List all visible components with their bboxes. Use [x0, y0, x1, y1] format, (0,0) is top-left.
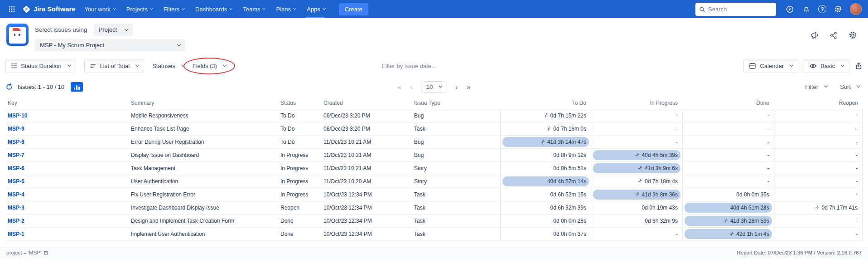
refresh-icon[interactable] [5, 83, 13, 91]
issue-key-link[interactable]: MSP-8 [5, 139, 129, 145]
column-header-key[interactable]: Key [5, 100, 129, 106]
report-header-actions [810, 31, 862, 39]
nav-item-label: Projects [126, 6, 148, 13]
nav-item-label: Apps [307, 6, 320, 13]
grid-icon [11, 63, 17, 69]
duration-cell: - [774, 122, 863, 135]
nav-item-plans[interactable]: Plans [276, 0, 296, 18]
issue-status: In Progress [278, 165, 321, 171]
issue-key-link[interactable]: MSP-6 [5, 165, 129, 171]
issue-status: To Do [278, 139, 321, 145]
app-switcher-icon[interactable] [6, 4, 17, 15]
nav-item-dashboards[interactable]: Dashboards [195, 0, 232, 18]
search-icon [699, 6, 705, 13]
report-header: Select issues using Project MSP - My Scr… [0, 18, 868, 55]
running-status-icon [637, 166, 642, 171]
report-type-dropdown[interactable]: Status Duration [5, 59, 76, 73]
feedback-megaphone-icon[interactable] [810, 31, 819, 39]
issue-key-link[interactable]: MSP-10 [5, 112, 129, 119]
statuses-dropdown[interactable]: Statuses [152, 63, 184, 69]
list-icon [90, 63, 96, 69]
issue-key-link[interactable]: MSP-4 [5, 191, 129, 198]
nav-item-filters[interactable]: Filters [164, 0, 184, 18]
jira-logo[interactable]: Jira Software [23, 5, 75, 13]
column-header-to-do[interactable]: To Do [500, 100, 591, 106]
chevron-down-icon [223, 63, 227, 67]
column-header-in-progress[interactable]: In Progress [591, 100, 682, 106]
issue-summary: Display Issue on Dashboard [129, 152, 278, 158]
nav-item-teams[interactable]: Teams [243, 0, 265, 18]
column-header-created[interactable]: Created [321, 100, 412, 106]
issue-key-link[interactable]: MSP-5 [5, 178, 129, 185]
issue-type: Bug [412, 152, 500, 158]
duration-cell: - [591, 122, 682, 135]
column-header-reopen[interactable]: Reopen [774, 100, 863, 106]
duration-cell: - [591, 228, 682, 240]
duration-cell: - [682, 109, 774, 122]
column-header-status[interactable]: Status [278, 100, 321, 106]
calendar-dropdown[interactable]: Calendar [743, 59, 798, 73]
nav-item-projects[interactable]: Projects [126, 0, 153, 18]
issue-created: 10/Oct/23 12:34 PM [321, 218, 412, 224]
duration-cell: 0d 0h 5m 51s [500, 162, 591, 175]
issue-key-link[interactable]: MSP-9 [5, 126, 129, 132]
report-settings-gear-icon[interactable] [849, 31, 857, 39]
nav-item-your-work[interactable]: Your work [84, 0, 115, 18]
duration-cell: 42d 1h 1m 4s [682, 228, 774, 240]
last-page-button[interactable]: » [467, 83, 470, 90]
user-avatar[interactable] [850, 3, 862, 15]
nav-item-apps[interactable]: Apps [307, 0, 325, 18]
duration-cell: - [591, 136, 682, 148]
running-status-icon [543, 113, 548, 118]
export-icon[interactable] [855, 62, 863, 70]
issue-type: Task [412, 218, 500, 224]
column-header-done[interactable]: Done [682, 100, 774, 106]
share-icon[interactable] [829, 31, 838, 39]
issue-key-link[interactable]: MSP-7 [5, 152, 129, 158]
discover-icon[interactable] [785, 4, 795, 14]
issue-created: 10/Oct/23 12:34 PM [321, 205, 412, 211]
previous-page-button[interactable]: ‹ [410, 83, 413, 90]
table-row: MSP-1Implement User AuthenticationDone10… [5, 228, 863, 241]
table-row: MSP-8Error During User RegistrationTo Do… [5, 136, 863, 149]
issue-key-link[interactable]: MSP-2 [5, 218, 129, 224]
issue-summary: Fix User Registration Error [129, 191, 278, 198]
chart-view-button[interactable] [71, 82, 83, 92]
issue-type: Story [412, 178, 500, 185]
next-page-button[interactable]: › [455, 83, 458, 90]
issue-source-dropdown[interactable]: Project [94, 24, 133, 36]
view-mode-dropdown[interactable]: Basic [804, 59, 849, 73]
chevron-down-icon [150, 6, 153, 10]
running-status-icon [635, 152, 640, 157]
sort-dropdown[interactable]: Sort [840, 83, 860, 90]
issue-summary: Error During User Registration [129, 139, 278, 145]
fields-dropdown[interactable]: Fields (3) [193, 63, 226, 69]
nav-item-label: Teams [243, 6, 260, 13]
project-dropdown[interactable]: MSP - My Scrum Project [35, 39, 185, 51]
page-size-dropdown[interactable]: 10 [422, 81, 446, 93]
help-icon[interactable] [818, 5, 826, 13]
table-row: MSP-7Display Issue on DashboardIn Progre… [5, 149, 863, 162]
column-header-summary[interactable]: Summary [129, 100, 278, 106]
issue-key-link[interactable]: MSP-3 [5, 205, 129, 211]
issue-date-filter-input[interactable] [382, 63, 486, 69]
sort-label: Sort [840, 83, 851, 90]
running-status-icon [815, 205, 820, 210]
jql-link[interactable]: project = 'MSP' [6, 250, 48, 255]
create-button[interactable]: Create [339, 3, 368, 15]
settings-icon[interactable] [833, 4, 843, 14]
list-type-dropdown[interactable]: List of Total [84, 59, 145, 73]
brand-name: Jira Software [34, 5, 75, 13]
search-input[interactable] [695, 3, 776, 16]
notifications-icon[interactable] [801, 4, 811, 14]
fields-label: Fields (3) [193, 63, 217, 69]
issues-table: Key Summary Status Created Issue Type To… [5, 97, 863, 241]
issue-summary: Task Management [129, 165, 278, 171]
duration-cell: - [774, 188, 863, 201]
filter-dropdown[interactable]: Filter [805, 83, 827, 90]
column-header-issue-type[interactable]: Issue Type [412, 100, 500, 106]
issue-status: To Do [278, 126, 321, 132]
issue-key-link[interactable]: MSP-1 [5, 231, 129, 237]
first-page-button[interactable]: « [397, 83, 401, 90]
chevron-down-icon [177, 42, 181, 46]
